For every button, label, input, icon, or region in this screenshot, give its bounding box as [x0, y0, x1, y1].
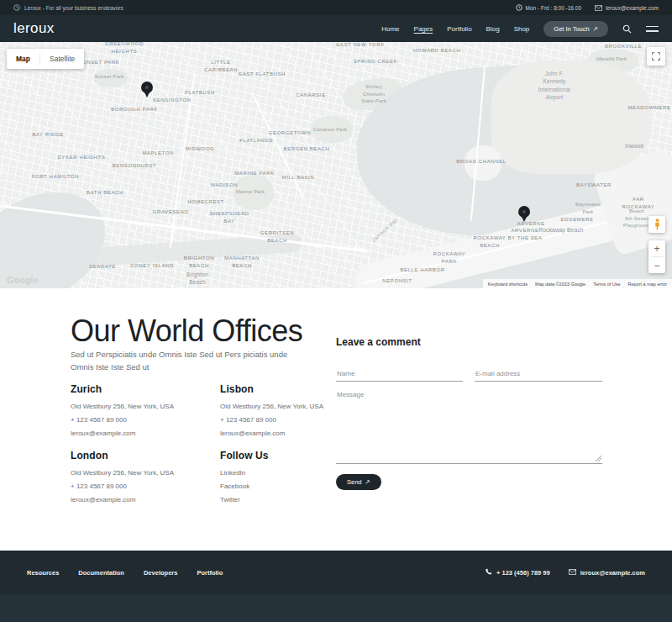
- footer: Resources Documentation Developers Portf…: [0, 551, 672, 594]
- footer-link-developers[interactable]: Developers: [144, 569, 177, 577]
- map-label: BRIGHTON BEACH: [184, 255, 214, 269]
- nav-item-shop[interactable]: Shop: [514, 25, 530, 33]
- footer-link-portfolio[interactable]: Portfolio: [197, 569, 223, 577]
- keyboard-shortcuts-link[interactable]: Keyboard shortcuts: [488, 282, 528, 287]
- map-label: EDGEMERE: [560, 216, 593, 224]
- map-label: SEAGATE: [89, 263, 116, 271]
- footer-email[interactable]: leroux@example.com: [569, 569, 645, 577]
- name-input[interactable]: [336, 366, 463, 382]
- map-label: SUNSET PARK: [79, 59, 119, 66]
- offices-section: Our World Offices Sed ut Perspiciatis un…: [0, 288, 672, 551]
- map-label: BROOKVILLE: [605, 43, 642, 50]
- google-logo[interactable]: Google: [7, 275, 39, 285]
- message-textarea[interactable]: [336, 389, 602, 464]
- send-button[interactable]: Send ↗: [336, 474, 381, 490]
- map-label: MIDWOOD: [186, 145, 215, 153]
- map-label: HOMECREST: [187, 198, 224, 206]
- arrow-up-right-icon: ↗: [365, 478, 370, 486]
- zoom-in-button[interactable]: +: [648, 240, 665, 256]
- report-map-error-link[interactable]: Report a map error: [628, 282, 667, 287]
- map-label: Rockaway Beach: [538, 226, 583, 234]
- pegman-button[interactable]: [648, 216, 665, 233]
- office-address: Old Westbury 256, New York, USA: [71, 469, 213, 477]
- nav-item-blog[interactable]: Blog: [486, 25, 500, 33]
- twitter-link[interactable]: Twitter: [220, 496, 363, 503]
- map-data-label: Map data ©2023 Google: [535, 282, 585, 287]
- nav-item-pages[interactable]: Pages: [414, 25, 433, 33]
- map-label: GEORGETOWN: [269, 129, 312, 137]
- map-label: BOROUGH PARK: [111, 106, 158, 113]
- email-input[interactable]: [475, 366, 602, 382]
- section-subtitle: Sed ut Perspiciatis unde Omnis Iste Sed …: [71, 349, 291, 373]
- subfooter: [0, 594, 672, 622]
- nav-item-home[interactable]: Home: [381, 25, 399, 33]
- map-label: BATH BEACH: [87, 189, 123, 197]
- google-map[interactable]: GREENWOOD HEIGHTSSUNSET PARKSunset ParkL…: [0, 42, 672, 288]
- map-label: MADISON: [211, 182, 238, 189]
- map-label: Idlewild Park: [596, 55, 627, 63]
- menu-icon[interactable]: [646, 26, 659, 32]
- mail-icon: [569, 569, 576, 577]
- map-pin[interactable]: [518, 206, 530, 218]
- zoom-out-button[interactable]: −: [648, 257, 665, 273]
- office-phone[interactable]: + 123 4567 89 000: [71, 482, 213, 490]
- footer-link-resources[interactable]: Resources: [27, 569, 59, 577]
- office-card-zurich: Zurich Old Westbury 256, New York, USA +…: [71, 383, 213, 443]
- map-label: CANARSIE: [296, 92, 325, 99]
- map-label: EAST FLATBUSH: [239, 71, 286, 78]
- navbar: leroux Home Pages Portfolio Blog Shop Ge…: [0, 15, 672, 42]
- map-label: BROAD CHANNEL: [456, 158, 506, 166]
- map-label: BAY RIDGE: [32, 131, 64, 139]
- map-label: Canarsie Park: [313, 126, 348, 134]
- fullscreen-button[interactable]: [647, 47, 665, 66]
- office-phone[interactable]: + 123 4567 89 000: [71, 416, 213, 424]
- map-label: Bayswater Park: [575, 201, 601, 215]
- textarea-resize-grip[interactable]: [596, 456, 601, 461]
- map-label: Sunset Park: [95, 73, 124, 81]
- map-label: Beach 9th Street Playground: [623, 208, 650, 229]
- terms-of-use-link[interactable]: Terms of Use: [593, 282, 620, 287]
- office-email[interactable]: leroux@example.com: [71, 430, 213, 437]
- map-label: FORT HAMILTON: [32, 173, 79, 181]
- map-type-map-button[interactable]: Map: [7, 55, 39, 63]
- office-card-london: London Old Westbury 256, New York, USA +…: [71, 450, 213, 509]
- footer-phone[interactable]: + 123 (456) 789 99: [486, 568, 550, 577]
- map-label: Inwood: [625, 142, 643, 150]
- office-address: Old Westbury 256, New York, USA: [71, 403, 213, 410]
- map-label: LITTLE CARIBBEAN: [204, 59, 238, 73]
- page: Leroux - For all your business endeavors…: [0, 0, 672, 622]
- phone-icon: [486, 568, 492, 577]
- map-label: MARINE PARK: [234, 170, 275, 177]
- office-name: London: [71, 450, 213, 461]
- working-hours: Mon - Frd : 8:00 -16.00: [516, 4, 581, 11]
- map-label: SPRING CREEK: [354, 58, 398, 66]
- search-icon[interactable]: [622, 24, 632, 34]
- map-label: DYKER HEIGHTS: [58, 154, 106, 161]
- logo[interactable]: leroux: [13, 20, 55, 37]
- mail-icon: [595, 5, 602, 11]
- map-label: Shirley Chisholm State Park: [361, 83, 386, 105]
- map-label: ROCKAWAY BEACH: [474, 235, 507, 249]
- map-label: BERGEN BEACH: [284, 145, 330, 153]
- map-type-satellite-button[interactable]: Satellite: [40, 55, 84, 63]
- map-label: GRAVESEND: [153, 208, 189, 216]
- map-label: KENSINGTON: [153, 97, 192, 104]
- page-title: Our World Offices: [71, 314, 302, 349]
- pegman-icon: [654, 219, 660, 230]
- footer-link-documentation[interactable]: Documentation: [78, 569, 124, 577]
- topbar-email[interactable]: leroux@example.com: [595, 5, 659, 11]
- comment-form-title: Leave a comment: [336, 336, 421, 348]
- map-label: ARVERNE BY THE SEA: [507, 227, 542, 241]
- map-pin[interactable]: [141, 82, 153, 93]
- office-email[interactable]: leroux@example.com: [71, 496, 213, 503]
- map-label: John F. Kennedy International Airport: [538, 70, 570, 102]
- map-label: Jamaica Bay: [370, 217, 400, 244]
- get-in-touch-button[interactable]: Get In Touch ↗: [543, 21, 608, 37]
- map-label: GERRITSEN BEACH: [260, 229, 294, 244]
- map-label: Marine Park: [236, 188, 265, 196]
- topbar: Leroux - For all your business endeavors…: [0, 0, 672, 15]
- nav-item-portfolio[interactable]: Portfolio: [447, 25, 471, 33]
- clock-icon: [13, 4, 20, 11]
- map-type-control: Map Satellite: [7, 49, 84, 69]
- map-label: FLATLANDS: [239, 137, 273, 145]
